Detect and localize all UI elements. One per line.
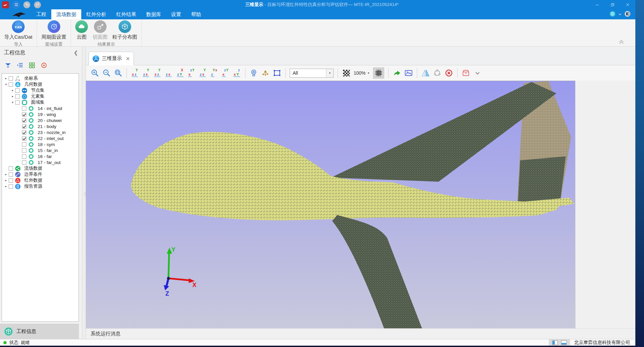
view-iso4-icon[interactable]: zxY bbox=[233, 68, 241, 78]
list-view-icon[interactable] bbox=[17, 62, 23, 69]
tree-checkbox[interactable] bbox=[15, 88, 20, 93]
expand-arrow-icon[interactable]: ▸ bbox=[10, 89, 15, 92]
archive-caret-icon[interactable] bbox=[473, 69, 482, 77]
caret-down-icon[interactable] bbox=[618, 11, 622, 17]
panel-bottom-icon[interactable] bbox=[561, 340, 567, 345]
expand-arrow-icon[interactable]: ▾ bbox=[10, 101, 15, 104]
view-right-icon[interactable]: zx bbox=[165, 68, 173, 78]
tree-item[interactable]: ▾面域集 bbox=[2, 99, 79, 105]
tree-item[interactable]: 14 - int_fluid bbox=[2, 105, 79, 111]
view-iso3-icon[interactable]: zYx bbox=[221, 68, 230, 78]
tree-checkbox[interactable] bbox=[22, 124, 26, 129]
select-box-icon[interactable] bbox=[273, 69, 281, 77]
menu-item-2[interactable]: 红外分析 bbox=[81, 9, 111, 19]
tree-checkbox[interactable] bbox=[22, 160, 26, 165]
save-button[interactable] bbox=[13, 1, 20, 8]
tree-item[interactable]: ▾几何数据 bbox=[2, 81, 79, 87]
tree-checkbox[interactable] bbox=[22, 136, 26, 141]
close-button[interactable] bbox=[620, 0, 635, 9]
expand-arrow-icon[interactable]: ▸ bbox=[4, 77, 8, 80]
tree-checkbox[interactable] bbox=[22, 106, 26, 111]
ribbon-button-1-0[interactable]: 周期面设置 bbox=[39, 19, 69, 40]
tree-checkbox[interactable] bbox=[15, 94, 20, 99]
tree-checkbox[interactable] bbox=[9, 184, 13, 189]
grid-view-icon[interactable] bbox=[609, 11, 616, 18]
mesh-grid-icon[interactable] bbox=[373, 67, 384, 79]
archive-box-icon[interactable] bbox=[462, 69, 470, 77]
menu-item-0[interactable]: 工程 bbox=[31, 9, 51, 19]
tree-item[interactable]: 21 - body bbox=[2, 123, 79, 129]
minimize-button[interactable] bbox=[589, 0, 605, 9]
opacity-checker-icon[interactable] bbox=[342, 69, 351, 77]
grid-blocks-icon[interactable] bbox=[29, 62, 35, 69]
camera-icon[interactable] bbox=[249, 69, 258, 77]
tree-item[interactable]: 15 - far_in bbox=[2, 147, 79, 153]
tree-item[interactable]: 17 - far_out bbox=[2, 159, 79, 165]
caret-down-icon[interactable]: ▾ bbox=[326, 69, 333, 77]
menu-item-4[interactable]: 数据库 bbox=[141, 9, 166, 19]
expand-arrow-icon[interactable]: ▸ bbox=[4, 185, 8, 188]
panel-splitter[interactable]: ⋮⋮ bbox=[82, 47, 86, 339]
tree-checkbox[interactable] bbox=[9, 166, 13, 171]
tree-item[interactable]: ▸节点集 bbox=[2, 87, 79, 93]
view-iso1-icon[interactable]: Yzx bbox=[199, 68, 207, 78]
tree-checkbox[interactable] bbox=[15, 100, 20, 105]
redo-button[interactable] bbox=[34, 1, 41, 8]
tree-checkbox[interactable] bbox=[22, 154, 26, 159]
view-left-icon[interactable]: Yxz bbox=[154, 68, 162, 78]
project-info-tab[interactable]: 工程信息 bbox=[0, 324, 79, 339]
scene-nodes-icon[interactable] bbox=[261, 69, 270, 77]
expand-arrow-icon[interactable]: ▸ bbox=[4, 173, 8, 176]
export-arrow-icon[interactable] bbox=[393, 69, 401, 77]
view-iso2-icon[interactable]: Yxz bbox=[210, 68, 218, 78]
tree-item[interactable]: 16 - far bbox=[2, 153, 79, 159]
undo-button[interactable] bbox=[23, 1, 30, 8]
tree-checkbox[interactable] bbox=[9, 178, 13, 183]
expand-arrow-icon[interactable]: ▸ bbox=[4, 179, 8, 182]
tree-checkbox[interactable] bbox=[22, 148, 26, 153]
ribbon-button-0-0[interactable]: cas导入Cas/Dat bbox=[2, 19, 35, 40]
zoom-in-icon[interactable] bbox=[91, 69, 99, 77]
delete-icon[interactable] bbox=[445, 69, 453, 77]
tree-checkbox[interactable] bbox=[9, 76, 13, 81]
filter-icon[interactable] bbox=[5, 62, 11, 69]
menu-item-5[interactable]: 设置 bbox=[166, 9, 186, 19]
tree-checkbox[interactable] bbox=[22, 142, 26, 147]
tree-item[interactable]: 18 - sym bbox=[2, 141, 79, 147]
ribbon-button-2-2[interactable]: 粒子分布图 bbox=[110, 19, 140, 40]
tab-3d-display[interactable]: 三维显示 bbox=[89, 52, 134, 65]
window-layout-icon[interactable] bbox=[624, 11, 631, 18]
circle-nodes-icon[interactable] bbox=[433, 69, 442, 77]
expand-arrow-icon[interactable]: ▸ bbox=[10, 95, 15, 98]
menu-item-3[interactable]: 红外结果 bbox=[111, 9, 141, 19]
tree-checkbox[interactable] bbox=[9, 172, 13, 177]
collapse-ribbon-icon[interactable] bbox=[618, 39, 625, 44]
ribbon-button-2-0[interactable]: 云图 bbox=[73, 19, 90, 40]
zoom-level-control[interactable]: 100%▼ bbox=[354, 70, 370, 76]
tree-item[interactable]: 22 - inlet_out bbox=[2, 135, 79, 141]
viewport-3d[interactable]: YXZ bbox=[86, 81, 575, 328]
expand-arrow-icon[interactable]: ▾ bbox=[4, 83, 8, 86]
snapshot-icon[interactable] bbox=[404, 69, 413, 77]
tree-item[interactable]: 流场数据 bbox=[2, 165, 79, 171]
collapse-panel-icon[interactable]: ❮ bbox=[74, 50, 78, 56]
tree-item[interactable]: 20 - chuiwei bbox=[2, 117, 79, 123]
close-tab-icon[interactable] bbox=[126, 56, 130, 61]
app-logo-button[interactable] bbox=[2, 1, 9, 8]
view-bottom-icon[interactable]: zYx bbox=[187, 68, 196, 78]
view-front-icon[interactable]: Yxz bbox=[131, 68, 139, 78]
zoom-out-icon[interactable] bbox=[102, 69, 111, 77]
view-top-icon[interactable]: XzY bbox=[176, 68, 184, 78]
view-back-icon[interactable]: Yzx bbox=[142, 68, 151, 78]
menu-item-6[interactable]: 帮助 bbox=[186, 9, 206, 19]
tree-item[interactable]: 19 - wing bbox=[2, 111, 79, 117]
tree-checkbox[interactable] bbox=[22, 112, 26, 117]
menu-item-1[interactable]: 流场数据 bbox=[51, 9, 81, 19]
tree-item[interactable]: ▸Yzx坐标系 bbox=[2, 75, 79, 81]
tree-item[interactable]: ▸边界条件 bbox=[2, 171, 79, 177]
zoom-fit-icon[interactable] bbox=[114, 69, 123, 77]
target-icon[interactable] bbox=[41, 62, 47, 69]
maximize-button[interactable] bbox=[605, 0, 620, 9]
tree-checkbox[interactable] bbox=[22, 118, 26, 123]
tree-checkbox[interactable] bbox=[9, 82, 13, 87]
